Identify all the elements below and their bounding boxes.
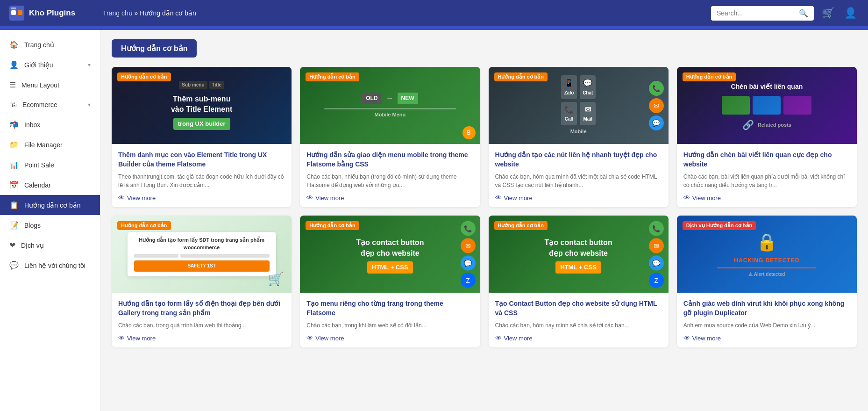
logo-icon [9, 6, 24, 21]
card-title: Hướng dẫn sửa giao diện menu mobile tron… [306, 151, 473, 169]
service-icon: ❤ [9, 241, 15, 250]
list-item[interactable]: Hướng dẫn cơ bản Sub menu Title Thêm sub… [112, 67, 292, 207]
breadcrumb: Trang chủ » Hướng dẫn cơ bản [103, 9, 711, 17]
view-more-link[interactable]: 👁 View more [118, 194, 285, 202]
card-body: Tạo menu riêng cho từng trang trong them… [300, 293, 480, 347]
view-more-link[interactable]: 👁 View more [306, 334, 473, 342]
sidebar-item-file-manager[interactable]: 📁 File Manager [0, 135, 100, 155]
sidebar-label-trang-chu: Trang chủ [24, 41, 54, 49]
sidebar-item-inbox[interactable]: 📬 Inbox [0, 115, 100, 135]
cart-icon: 🛒 [822, 7, 834, 19]
inbox-icon: 📬 [9, 120, 19, 129]
zalo-btn: Z [461, 273, 476, 288]
card-body: Thêm danh mục con vào Element Title tron… [112, 144, 292, 207]
message-btn-3: 💬 [649, 255, 664, 270]
eye-icon: 👁 [306, 194, 313, 202]
list-item[interactable]: Hướng dẫn cơ bản Tạo contact button đẹp … [489, 216, 669, 347]
card-title: Hướng dẫn chèn bài viết liên quan cực đẹ… [683, 151, 850, 169]
eye-icon: 👁 [495, 334, 502, 342]
list-item[interactable]: Hướng dẫn cơ bản Tạo contact button đẹp … [300, 216, 480, 347]
sidebar-item-dich-vu[interactable]: ❤ Dịch vụ [0, 235, 100, 255]
card-body: Tạo Contact Button đẹp cho website sử dụ… [489, 293, 669, 347]
eye-icon: 👁 [118, 194, 125, 202]
card-thumbnail: Hướng dẫn cơ bản 📱Zalo 💬Chat 📞Call [489, 67, 669, 144]
chevron-down-icon: ▾ [88, 62, 91, 68]
calendar-icon: 📅 [9, 180, 19, 189]
card-thumbnail: Hướng dẫn cơ bản Tạo contact button đẹp … [489, 216, 669, 293]
cart-button[interactable]: 🛒 [819, 5, 836, 22]
view-more-link[interactable]: 👁 View more [306, 194, 473, 202]
email-btn-3: ✉ [649, 238, 664, 253]
sidebar-label-calendar: Calendar [24, 181, 51, 189]
list-item[interactable]: Dịch vụ Hướng dẫn cơ bản 🔒 HACKING DETEC… [677, 216, 857, 347]
sidebar-item-trang-chu[interactable]: 🏠 Trang chủ [0, 35, 100, 55]
card-title: Cảnh giác web dính virut khi khôi phục x… [683, 299, 850, 317]
email-btn: ✉ [649, 98, 664, 113]
search-button[interactable]: 🔍 [796, 9, 808, 18]
card-excerpt: Chào các bạn, hôm qua mình đã viết một b… [495, 173, 662, 189]
sidebar-item-menu-layout[interactable]: ☰ Menu Layout [0, 75, 100, 95]
list-item[interactable]: Hướng dẫn cơ bản OLD → NEW Mobile Menu B… [300, 67, 480, 207]
sidebar-item-blogs[interactable]: 📝 Blogs [0, 215, 100, 235]
view-more-link[interactable]: 👁 View more [683, 194, 850, 202]
breadcrumb-home[interactable]: Trang chủ [103, 9, 133, 17]
sidebar-label-gioi-thieu: Giới thiệu [24, 61, 53, 69]
home-icon: 🏠 [9, 40, 19, 49]
phone-btn: 📞 [649, 81, 664, 96]
card-thumbnail: Hướng dẫn cơ bản Hướng dẫn tạo form lấy … [112, 216, 292, 293]
message-btn: 💬 [649, 115, 664, 130]
phone-btn-3: 📞 [649, 221, 664, 236]
card-title: Thêm danh mục con vào Element Title tron… [118, 151, 285, 169]
search-box[interactable]: 🔍 [711, 6, 814, 21]
message-btn-2: 💬 [461, 255, 476, 270]
sidebar-item-ecommerce[interactable]: 🛍 Ecommerce ▾ [0, 95, 100, 115]
user-profile-icon: 👤 [9, 60, 19, 69]
card-body: Hướng dẫn sửa giao diện menu mobile tron… [300, 144, 480, 207]
list-item[interactable]: Hướng dẫn cơ bản 📱Zalo 💬Chat 📞Call [489, 67, 669, 207]
sidebar-label-ecommerce: Ecommerce [22, 101, 57, 108]
header-right: 🔍 🛒 👤 [711, 5, 859, 22]
card-badge: Hướng dẫn cơ bản [494, 72, 548, 81]
ecommerce-icon: 🛍 [9, 101, 17, 109]
menu-icon: ☰ [9, 80, 16, 89]
sidebar-item-huong-dan-co-ban[interactable]: 📋 Hướng dẫn cơ bản [0, 195, 100, 215]
cards-grid: Hướng dẫn cơ bản Sub menu Title Thêm sub… [112, 67, 857, 347]
eye-icon: 👁 [683, 194, 690, 202]
chat-icon: 💬 [9, 261, 19, 270]
sidebar-label-lien-he: Liên hệ với chúng tôi [24, 262, 85, 269]
card-body: Hướng dẫn tạo form lấy số điện thoại đẹp… [112, 293, 292, 347]
view-more-link[interactable]: 👁 View more [683, 334, 850, 342]
list-item[interactable]: Hướng dẫn cơ bản Chèn bài viết liên quan [677, 67, 857, 207]
card-title: Hướng dẫn tạo các nút liên hệ nhanh tuyệ… [495, 151, 662, 169]
card-thumbnail: Hướng dẫn cơ bản Tạo contact button đẹp … [300, 216, 480, 293]
card-body: Cảnh giác web dính virut khi khôi phục x… [677, 293, 857, 347]
view-more-link[interactable]: 👁 View more [118, 334, 285, 342]
sidebar-item-gioi-thieu[interactable]: 👤 Giới thiệu ▾ [0, 55, 100, 75]
user-button[interactable]: 👤 [842, 5, 859, 22]
sidebar-label-menu-layout: Menu Layout [21, 81, 59, 89]
card-excerpt: Theo thanhtrungjt.com, tác giả các đoạn … [118, 173, 285, 189]
view-more-link[interactable]: 👁 View more [495, 334, 662, 342]
sidebar-item-lien-he[interactable]: 💬 Liên hệ với chúng tôi [0, 255, 100, 275]
guide-icon: 📋 [9, 201, 19, 209]
chart-icon: 📊 [9, 160, 19, 169]
main-content: Hướng dẫn cơ bản Hướng dẫn cơ bản Sub me… [100, 30, 868, 411]
sidebar-item-calendar[interactable]: 📅 Calendar [0, 175, 100, 195]
header: Kho Plugins Trang chủ » Hướng dẫn cơ bản… [0, 0, 868, 26]
eye-icon: 👁 [495, 194, 502, 202]
card-badge: Hướng dẫn cơ bản [117, 221, 171, 230]
sidebar-item-point-sale[interactable]: 📊 Point Sale [0, 155, 100, 175]
logo-text: Kho Plugins [29, 8, 75, 18]
email-btn-2: ✉ [461, 238, 476, 253]
card-body: Hướng dẫn tạo các nút liên hệ nhanh tuyệ… [489, 144, 669, 207]
site-logo[interactable]: Kho Plugins [9, 6, 103, 21]
card-excerpt: Chào các bạn, nhiều bạn (trong đó có mìn… [306, 173, 473, 189]
search-input[interactable] [717, 9, 796, 17]
user-icon: 👤 [844, 7, 857, 19]
card-badge: Hướng dẫn cơ bản [683, 72, 736, 81]
card-excerpt: Chào các bạn, bài viết liên quan phía dư… [683, 173, 850, 189]
list-item[interactable]: Hướng dẫn cơ bản Hướng dẫn tạo form lấy … [112, 216, 292, 347]
folder-icon: 📁 [9, 140, 19, 149]
sidebar-label-inbox: Inbox [24, 121, 40, 129]
view-more-link[interactable]: 👁 View more [495, 194, 662, 202]
